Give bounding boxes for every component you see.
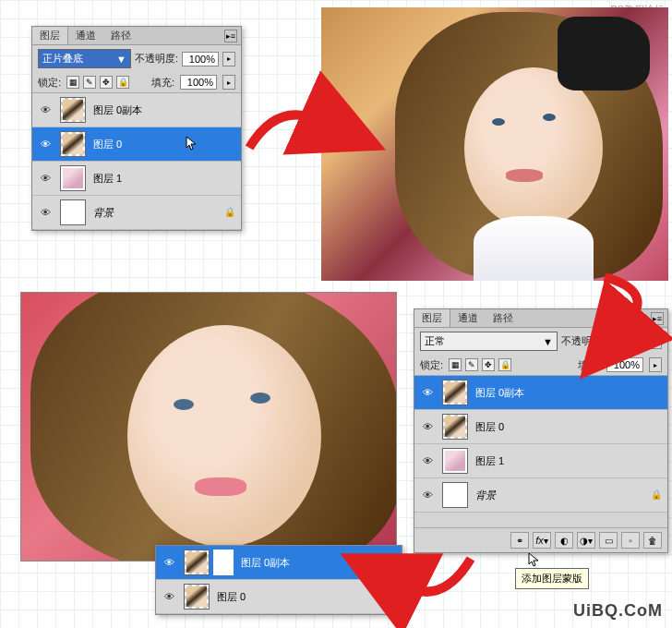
lock-label: 锁定: [38,76,61,90]
tab-paths[interactable]: 路径 [103,27,138,44]
layer-thumbnail[interactable] [442,482,468,508]
layer-thumbnail[interactable] [60,97,86,123]
layers-panel-2: 图层 通道 路径 ▸≡ 正常 ▼ 不透明度: 100% ▸ 锁定: ▦ ✎ ✥ … [414,308,668,553]
layer-name[interactable]: 图层 0 [475,420,662,434]
chevron-down-icon: ▼ [543,336,553,347]
layer-row[interactable]: 👁 图层 0 [414,410,667,444]
visibility-icon[interactable]: 👁 [162,589,176,604]
blend-mode-select[interactable]: 正片叠底 ▼ [38,49,131,68]
new-group-icon[interactable]: ▭ [599,532,618,549]
spacer [414,513,667,527]
layer-style-icon[interactable]: fx▾ [533,532,551,549]
tab-channels[interactable]: 通道 [450,309,486,327]
layer-row-selected[interactable]: 👁 图层 0副本 [414,376,667,410]
layer-row[interactable]: 👁 图层 1 [32,162,241,196]
watermark-site: UiBQ.CoM [573,601,663,621]
tab-layers[interactable]: 图层 [414,309,450,327]
blend-mode-value: 正片叠底 [42,52,83,66]
layer-thumbnail[interactable] [184,550,210,575]
fill-stepper[interactable]: ▸ [222,75,235,90]
tab-channels[interactable]: 通道 [68,27,103,44]
layer-row-selected[interactable]: 👁 图层 0副本 [156,546,402,580]
layer-row[interactable]: 👁 图层 1 [414,444,667,478]
opacity-label: 不透明度: [135,52,178,66]
visibility-icon[interactable]: 👁 [420,419,435,434]
visibility-icon[interactable]: 👁 [38,171,53,186]
tab-paths[interactable]: 路径 [486,309,521,327]
lock-position-icon[interactable]: ✥ [100,76,113,89]
adjustment-layer-icon[interactable]: ◑▾ [577,532,595,549]
layer-row-selected[interactable]: 👁 图层 0 [32,127,241,162]
layer-name[interactable]: 图层 1 [93,172,235,186]
lock-all-icon[interactable]: 🔒 [116,76,129,89]
visibility-icon[interactable]: 👁 [38,137,53,151]
layer-row[interactable]: 👁 图层 0 [156,580,402,614]
layer-name[interactable]: 背景 [93,206,217,220]
link-layers-icon[interactable]: ⚭ [510,532,529,549]
result-image-1 [321,7,668,281]
blend-mode-select[interactable]: 正常 ▼ [420,332,558,351]
delete-layer-icon[interactable]: 🗑 [643,532,662,549]
visibility-icon[interactable]: 👁 [38,205,53,220]
lock-pixels-icon[interactable]: ✎ [83,76,96,89]
clothing [474,216,594,281]
layer-thumbnail[interactable] [442,414,468,440]
layer-name[interactable]: 图层 0 [217,590,396,604]
layer-thumbnail[interactable] [60,131,86,157]
lock-all-icon[interactable]: 🔒 [498,358,511,371]
blend-mode-value: 正常 [425,334,445,348]
layer-thumbnail[interactable] [442,380,468,405]
mouth-shape [506,169,543,182]
fill-input[interactable]: 100% [606,357,643,372]
opacity-input[interactable]: 100% [608,334,645,349]
layer-mask-thumbnail[interactable] [213,550,234,575]
panel-menu-icon[interactable]: ▸≡ [651,312,664,325]
layer-thumbnail[interactable] [184,584,210,610]
fill-stepper[interactable]: ▸ [649,357,662,372]
layer-name[interactable]: 图层 1 [475,454,662,468]
add-mask-icon[interactable]: ◐ [555,532,573,549]
visibility-icon[interactable]: 👁 [420,385,435,400]
visibility-icon[interactable]: 👁 [420,453,435,468]
layer-name[interactable]: 图层 0副本 [475,386,662,400]
lock-icons: ▦ ✎ ✥ 🔒 [449,358,511,371]
layer-name[interactable]: 图层 0副本 [93,103,235,117]
opacity-input[interactable]: 100% [182,52,219,66]
fill-label: 填充: [578,358,601,372]
layers-strip: 👁 图层 0副本 👁 图层 0 [155,545,402,615]
new-layer-icon[interactable]: ▫ [621,532,640,549]
cursor-icon [186,136,198,152]
layer-row[interactable]: 👁 图层 0副本 [32,93,241,127]
lock-icon: 🔒 [651,489,662,501]
eye-shape [174,399,194,410]
lock-pixels-icon[interactable]: ✎ [465,358,478,371]
mouth-shape [195,477,246,496]
eye-shape [250,392,270,404]
arm-shape [558,17,650,91]
layer-thumbnail[interactable] [60,199,86,225]
layer-name[interactable]: 图层 0副本 [241,556,396,570]
panel-menu-icon[interactable]: ▸≡ [224,30,237,42]
visibility-icon[interactable]: 👁 [38,103,53,117]
lock-transparency-icon[interactable]: ▦ [449,358,462,371]
lock-label: 锁定: [420,358,443,372]
layer-name[interactable]: 背景 [475,489,643,502]
opacity-stepper[interactable]: ▸ [222,52,235,66]
layer-thumbnail[interactable] [442,448,468,474]
visibility-icon[interactable]: 👁 [420,488,435,502]
panel-tabs: 图层 通道 路径 ▸≡ [414,309,667,328]
eye-shape [492,118,505,126]
layer-thumbnail[interactable] [60,165,86,191]
cursor-icon [528,552,541,569]
lock-position-icon[interactable]: ✥ [482,358,495,371]
lock-transparency-icon[interactable]: ▦ [66,76,79,89]
panel-footer: ⚭ fx▾ ◐ ◑▾ ▭ ▫ 🗑 [414,527,667,552]
opacity-stepper[interactable]: ▸ [649,334,662,349]
tab-layers[interactable]: 图层 [32,27,68,44]
layer-row[interactable]: 👁 背景 🔒 [32,196,241,230]
layer-row[interactable]: 👁 背景 🔒 [414,478,667,513]
layer-list: 👁 图层 0副本 👁 图层 0 👁 图层 1 👁 背景 🔒 [32,93,241,230]
fill-input[interactable]: 100% [180,75,217,90]
visibility-icon[interactable]: 👁 [162,555,176,570]
layers-panel-1: 图层 通道 路径 ▸≡ 正片叠底 ▼ 不透明度: 100% ▸ 锁定: ▦ ✎ … [31,26,242,231]
